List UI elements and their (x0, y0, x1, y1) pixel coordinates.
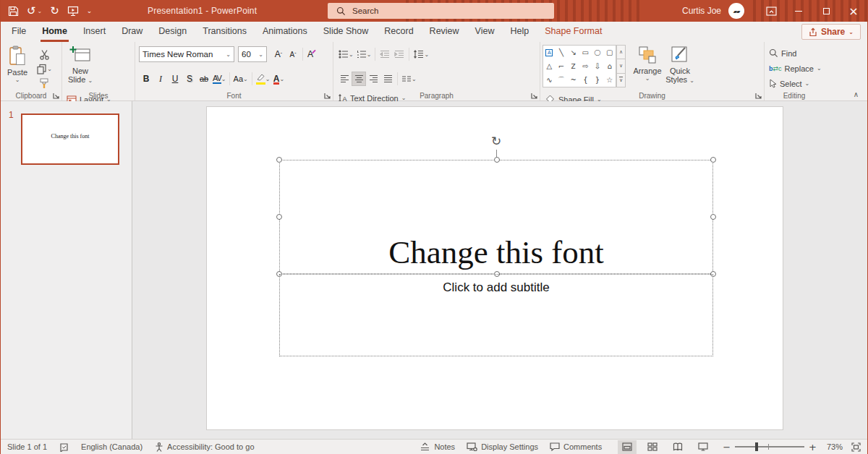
shape-text-box-icon[interactable]: A (543, 46, 556, 59)
subtitle-placeholder[interactable]: Click to add subtitle (279, 274, 713, 356)
increase-indent-icon[interactable] (392, 47, 407, 61)
columns-icon[interactable]: ⌄ (400, 72, 418, 86)
shape-right-arrow-icon[interactable]: ⇨ (579, 59, 592, 73)
user-name[interactable]: Curtis Joe (682, 6, 721, 16)
resize-handle-top-right[interactable] (710, 157, 716, 163)
numbering-icon[interactable]: ⌄ (355, 47, 373, 61)
comments-button[interactable]: Comments (550, 442, 602, 451)
shape-elbow-arrow-connector-icon[interactable]: Z (567, 59, 579, 73)
replace-button[interactable]: b⇄c Replace⌄ (767, 61, 824, 76)
shape-triangle-icon[interactable]: △ (543, 59, 556, 73)
shape-gallery[interactable]: A ╲ ↘ ▭ ◯ ▢ △ ⌐ Z ⇨ ⇩ ⌂ ∿ ⌒ ~ { } ☆ (542, 45, 616, 87)
undo-button[interactable]: ↺⌄ (27, 4, 42, 17)
zoom-level[interactable]: 73% (821, 442, 843, 451)
tab-home[interactable]: Home (34, 22, 75, 42)
bullets-icon[interactable]: ⌄ (337, 47, 355, 61)
shape-rectangle-icon[interactable]: ▭ (579, 46, 592, 59)
tab-view[interactable]: View (467, 22, 503, 42)
display-settings-button[interactable]: Display Settings (467, 442, 538, 451)
select-button[interactable]: Select⌄ (767, 76, 824, 91)
tab-animations[interactable]: Animations (255, 22, 315, 42)
arrange-button[interactable]: Arrange ⌄ (631, 44, 663, 90)
resize-handle-top-left[interactable] (276, 157, 282, 163)
find-button[interactable]: Find (767, 46, 824, 61)
drawing-dialog-launcher-icon[interactable] (755, 93, 762, 99)
decrease-indent-icon[interactable] (378, 47, 392, 61)
tab-help[interactable]: Help (502, 22, 537, 42)
clear-formatting-icon[interactable]: A (305, 47, 320, 61)
share-button[interactable]: Share ⌄ (801, 24, 861, 40)
zoom-slider[interactable] (735, 446, 804, 447)
slide-title-text[interactable]: Change this font (388, 235, 603, 274)
tab-review[interactable]: Review (422, 22, 467, 42)
slideshow-view-icon[interactable] (694, 440, 712, 454)
shape-gallery-up-icon[interactable]: ∧ (616, 45, 626, 59)
save-icon[interactable] (8, 6, 19, 17)
shape-gallery-more-icon[interactable]: ∨ (616, 74, 626, 87)
font-size-combobox[interactable]: 60⌄ (238, 46, 267, 62)
character-spacing-button[interactable]: AV⌄ (211, 72, 227, 86)
shape-arrow-icon[interactable]: ↘ (567, 46, 579, 59)
tab-draw[interactable]: Draw (114, 22, 150, 42)
text-highlight-color-button[interactable]: ⌄ (255, 72, 272, 86)
strikethrough-button[interactable]: ab (197, 72, 211, 86)
accessibility-status[interactable]: Accessibility: Good to go (155, 442, 254, 452)
notes-button[interactable]: Notes (420, 442, 455, 451)
tab-shape-format[interactable]: Shape Format (537, 22, 610, 42)
shape-line-icon[interactable]: ╲ (556, 46, 568, 59)
shape-elbow-connector-icon[interactable]: ⌐ (556, 59, 568, 73)
underline-button[interactable]: U (168, 72, 182, 86)
ribbon-display-options-icon[interactable] (757, 0, 785, 22)
tab-slide-show[interactable]: Slide Show (315, 22, 377, 42)
resize-handle-top-center[interactable] (494, 157, 500, 163)
paste-button[interactable]: Paste ⌄ (3, 44, 32, 90)
shape-scribble-icon[interactable]: ∿ (543, 73, 556, 87)
redo-button[interactable]: ↻ (50, 4, 59, 17)
shape-right-brace-icon[interactable]: } (592, 73, 604, 87)
change-case-button[interactable]: Aa⌄ (232, 72, 250, 86)
justify-icon[interactable] (380, 72, 395, 86)
align-left-icon[interactable] (337, 72, 352, 86)
slide-indicator[interactable]: Slide 1 of 1 (7, 442, 47, 451)
line-spacing-icon[interactable]: ⌄ (412, 47, 430, 61)
language-indicator[interactable]: English (Canada) (81, 442, 142, 451)
maximize-button[interactable] (812, 0, 840, 22)
paragraph-dialog-launcher-icon[interactable] (531, 93, 537, 99)
shape-left-brace-icon[interactable]: { (579, 73, 592, 87)
shape-curve-icon[interactable]: ~ (567, 73, 579, 87)
search-input[interactable]: Search (328, 3, 554, 19)
shape-down-arrow-icon[interactable]: ⇩ (592, 59, 604, 73)
shape-arc-icon[interactable]: ⌒ (556, 73, 568, 87)
bold-button[interactable]: B (139, 72, 153, 86)
slide-thumbnail[interactable]: Change this font (21, 113, 119, 165)
clipboard-dialog-launcher-icon[interactable] (53, 93, 59, 99)
customize-qat-icon[interactable]: ⌄ (87, 7, 93, 14)
tab-transitions[interactable]: Transitions (195, 22, 255, 42)
normal-view-icon[interactable] (618, 440, 637, 454)
decrease-font-size-icon[interactable]: Aˇ (286, 47, 300, 61)
font-dialog-launcher-icon[interactable] (324, 93, 331, 99)
rotate-handle-icon[interactable]: ↻ (491, 134, 501, 147)
minimize-button[interactable] (785, 0, 812, 22)
shape-oval-icon[interactable]: ◯ (592, 46, 604, 59)
start-presentation-icon[interactable] (67, 6, 79, 17)
shape-corner-icon[interactable]: ⌂ (603, 59, 616, 73)
cut-icon[interactable] (32, 47, 56, 61)
font-name-combobox[interactable]: Times New Roman⌄ (139, 46, 234, 62)
shape-gallery-down-icon[interactable]: ∨ (616, 59, 626, 73)
shape-star-icon[interactable]: ☆ (603, 73, 616, 87)
close-button[interactable]: × (840, 0, 867, 22)
avatar[interactable]: ▰▰ (728, 3, 744, 19)
reading-view-icon[interactable] (668, 440, 687, 454)
tab-file[interactable]: File (4, 22, 34, 42)
shape-rounded-rectangle-icon[interactable]: ▢ (603, 46, 616, 59)
slide-canvas[interactable]: ↻ Change this font Click to add subtitle (206, 106, 783, 430)
zoom-out-icon[interactable]: − (723, 442, 731, 453)
align-right-icon[interactable] (366, 72, 380, 86)
fit-slide-to-window-icon[interactable] (851, 442, 861, 452)
resize-handle-middle-right[interactable] (710, 214, 716, 220)
increase-font-size-icon[interactable]: Aˆ (271, 47, 286, 61)
tab-insert[interactable]: Insert (75, 22, 114, 42)
copy-icon[interactable]: ⌄ (32, 61, 56, 76)
font-color-button[interactable]: A ⌄ (271, 72, 286, 86)
